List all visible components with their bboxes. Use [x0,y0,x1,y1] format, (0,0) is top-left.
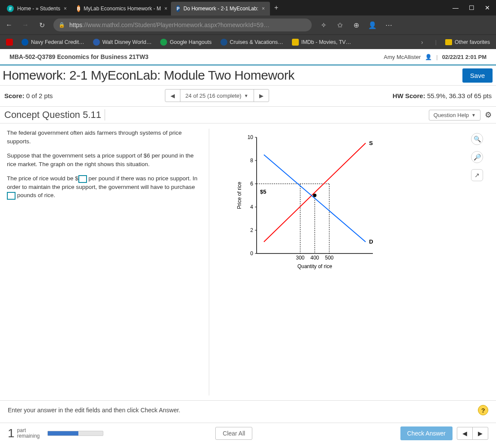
svg-text:D: D [369,238,373,245]
minimize-icon[interactable]: — [453,4,459,11]
url-text: https://www.mathxl.com/Student/PlayerHom… [69,22,270,28]
course-bar: MBA-502-Q3789 Economics for Business 21T… [0,49,496,65]
prev-part-button[interactable]: ◀ [457,427,473,439]
concept-row: Concept Question 5.11 Question Help▼ ⚙ [0,107,496,124]
popout-icon[interactable]: ↗ [471,169,483,181]
bookmark-item[interactable]: Navy Federal Credit… [22,39,84,46]
homework-title-row: Homework: 2-1 MyEconLab: Module Two Home… [0,65,496,86]
answer-nav: ◀ ▶ [457,427,488,440]
bookmark-item[interactable]: Google Hangouts [160,39,211,46]
svg-text:400: 400 [310,255,319,261]
hw-score-label: HW Score: [393,92,425,99]
answer-input-price[interactable] [78,175,87,183]
address-bar: ← → ↻ 🔒 https://www.mathxl.com/Student/P… [0,15,496,34]
bookmark-item[interactable]: Cruises & Vacations… [220,39,283,46]
close-icon[interactable]: × [64,6,67,12]
close-window-icon[interactable]: ✕ [485,4,490,11]
clear-all-button[interactable]: Clear All [215,427,252,440]
gear-icon[interactable]: ⚙ [485,110,492,120]
svg-text:300: 300 [296,255,304,261]
back-icon[interactable]: ← [4,21,14,29]
help-icon[interactable]: ? [478,405,488,415]
bookmark-item[interactable]: IMDb - Movies, TV… [292,39,351,46]
browser-tab-active[interactable]: P Do Homework - 2-1 MyEconLab: × [171,2,270,15]
next-question-button[interactable]: ▶ [254,90,269,102]
check-answer-button[interactable]: Check Answer [400,426,453,440]
svg-text:Price of rice: Price of rice [236,182,242,209]
svg-text:6: 6 [250,181,253,187]
other-favorites[interactable]: Other favorites [445,39,490,45]
window-titlebar: // Home - » Students × B MyLab Economics… [0,0,496,15]
question-paragraph: The federal government often aids farmer… [7,129,205,145]
chart-tools: 🔍 🔎 ↗ [471,133,483,181]
bookmarks-more-icon[interactable]: › [418,39,427,46]
favorite-icon[interactable]: ✩ [335,21,344,29]
window-controls: — ☐ ✕ [446,4,496,11]
question-help-dropdown[interactable]: Question Help▼ [429,110,480,120]
svg-text:Quantity of rice: Quantity of rice [298,263,332,269]
bookmark-youtube[interactable] [6,39,13,46]
svg-text:$5: $5 [260,188,266,195]
tab-label: Do Homework - 2-1 MyEconLab: [183,6,258,12]
svg-text:10: 10 [248,134,254,140]
browser-chrome: // Home - » Students × B MyLab Economics… [0,0,496,49]
svg-text:0: 0 [250,250,253,256]
save-button[interactable]: Save [462,68,493,83]
zoom-out-icon[interactable]: 🔎 [471,151,483,163]
question-pager: ◀ 24 of 25 (16 complete) ▼ ▶ [165,89,269,102]
instruction-row: Enter your answer in the edit fields and… [0,400,496,420]
favicon: P [176,5,180,12]
progress-bar [47,431,103,436]
maximize-icon[interactable]: ☐ [469,4,474,11]
browser-tab[interactable]: B MyLab Economics Homework - M × [72,2,171,15]
footer-row: 1 partremaining Clear All Check Answer ◀… [0,423,496,444]
url-input[interactable]: 🔒 https://www.mathxl.com/Student/PlayerH… [53,19,312,31]
more-icon[interactable]: ⋯ [384,21,394,29]
user-icon[interactable]: 👤 [425,54,432,60]
close-icon[interactable]: × [164,6,167,12]
profile-icon[interactable]: 👤 [368,21,377,29]
tab-label: Home - » Students [17,6,60,12]
answer-input-quantity[interactable] [7,192,16,200]
course-name: MBA-502-Q3789 Economics for Business 21T… [9,53,149,60]
page-title: Homework: 2-1 MyEconLab: Module Two Home… [3,68,294,83]
svg-text:8: 8 [250,158,253,164]
svg-line-21 [264,143,366,242]
svg-point-25 [313,194,316,197]
svg-text:500: 500 [325,255,334,261]
score-label: Score: [4,92,25,99]
refresh-icon[interactable]: ↻ [37,21,46,29]
parts-remaining-number: 1 [8,426,15,440]
zoom-in-icon[interactable]: 🔍 [471,133,483,145]
tracking-icon[interactable]: ✧ [319,21,328,29]
favicon: // [7,5,14,12]
new-tab-button[interactable]: + [270,4,282,12]
question-text-panel: The federal government often aids farmer… [7,129,209,395]
svg-text:4: 4 [250,204,253,210]
prev-question-button[interactable]: ◀ [165,90,180,102]
svg-text:2: 2 [250,227,253,233]
score-value: 0 of 2 pts [26,92,53,99]
folder-icon [445,39,452,45]
lock-icon: 🔒 [59,22,65,28]
favicon: B [77,5,80,12]
bookmark-item[interactable]: Walt Disney World… [93,39,152,46]
forward-icon[interactable]: → [21,21,30,29]
close-icon[interactable]: × [262,6,265,12]
page-content: MBA-502-Q3789 Economics for Business 21T… [0,49,496,395]
next-part-button[interactable]: ▶ [473,427,488,439]
chart-panel: 🔍 🔎 ↗ 0246810300400500SD$5Quantity of ri… [209,129,489,395]
browser-tab[interactable]: // Home - » Students × [2,2,72,15]
supply-demand-chart: 0246810300400500SD$5Quantity of ricePric… [235,133,381,271]
tab-label: MyLab Economics Homework - M [84,6,161,12]
question-paragraph-fillin: The price of rice would be $ per pound i… [7,174,205,200]
score-row: Score: 0 of 2 pts ◀ 24 of 25 (16 complet… [0,86,496,107]
pager-dropdown[interactable]: 24 of 25 (16 complete) ▼ [180,90,254,102]
svg-text:S: S [369,140,373,146]
hw-score-value: 55.9%, 36.33 of 65 pts [427,92,492,99]
collections-icon[interactable]: ⊕ [351,21,361,29]
concept-title: Concept Question 5.11 [4,109,105,120]
browser-tabs: // Home - » Students × B MyLab Economics… [0,0,282,15]
question-paragraph: Suppose that the government sets a price… [7,151,205,168]
datetime: 02/22/21 2:01 PM [442,54,487,60]
